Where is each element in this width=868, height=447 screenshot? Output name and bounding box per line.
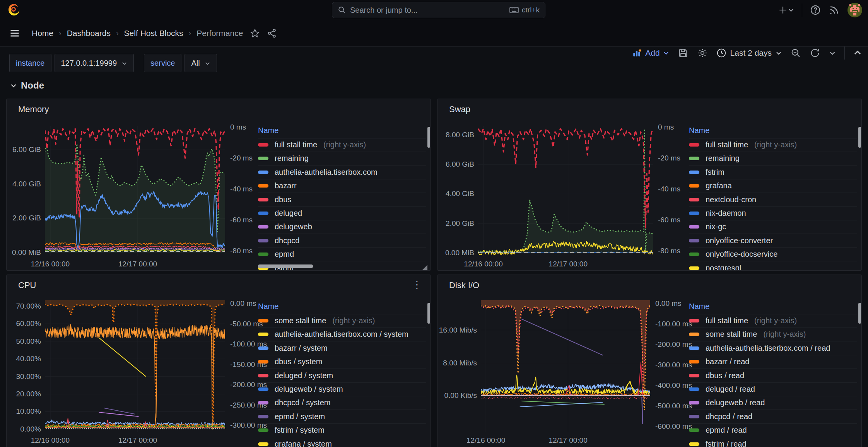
time-series-plot[interactable]: [45, 126, 225, 256]
save-dashboard-icon[interactable]: [678, 48, 689, 58]
variable-value-dropdown[interactable]: 127.0.0.1:19999: [55, 54, 134, 72]
news-rss-icon[interactable]: [829, 5, 839, 15]
legend-item[interactable]: fstrim / system: [258, 423, 426, 437]
legend-item[interactable]: dbus / read: [689, 369, 857, 383]
legend-header-name[interactable]: Name: [689, 126, 857, 138]
y-axis-left-tick: 4.00 GiB: [437, 189, 474, 198]
panel-title[interactable]: Swap: [449, 104, 470, 114]
legend-item[interactable]: deluged / system: [258, 369, 426, 383]
help-icon[interactable]: [810, 5, 821, 15]
legend-item[interactable]: deluged / read: [689, 382, 857, 396]
legend-item[interactable]: remaining: [258, 152, 426, 165]
legend-item[interactable]: authelia-authelia.tiserbox.com / read: [689, 341, 857, 355]
chevron-down-icon: [663, 50, 669, 56]
legend-vertical-scrollbar[interactable]: [427, 303, 430, 324]
refresh-icon[interactable]: [810, 48, 820, 58]
grafana-logo-icon[interactable]: [7, 3, 21, 17]
row-node[interactable]: Node: [10, 80, 44, 91]
legend-vertical-scrollbar[interactable]: [858, 127, 861, 148]
legend-item[interactable]: grafana / system: [258, 437, 426, 447]
breadcrumb-item[interactable]: Dashboards: [67, 29, 111, 38]
breadcrumb-item[interactable]: Performance: [196, 29, 243, 38]
legend-vertical-scrollbar[interactable]: [858, 303, 861, 324]
legend-item[interactable]: dhcpcd / read: [689, 410, 857, 424]
legend-item[interactable]: remaining: [689, 152, 857, 165]
refresh-interval-dropdown[interactable]: [829, 49, 836, 56]
dashboard-settings-icon[interactable]: [697, 48, 708, 58]
y-axis-left-tick: 0.00 MiB: [6, 248, 41, 257]
legend-item[interactable]: bazarr / read: [689, 355, 857, 369]
favorite-star-icon[interactable]: [250, 28, 260, 38]
series-label-suffix: (right y-axis): [323, 140, 366, 149]
menu-toggle-icon[interactable]: [9, 28, 20, 39]
add-button[interactable]: Add: [632, 48, 669, 58]
legend-item[interactable]: postgresql: [689, 261, 857, 271]
x-axis-tick: 12/17 00:00: [544, 436, 592, 445]
legend-item[interactable]: some stall time(right y-axis): [689, 328, 857, 341]
legend-item[interactable]: full stall time(right y-axis): [258, 138, 426, 152]
legend-item[interactable]: full stall time(right y-axis): [689, 314, 857, 328]
legend-item[interactable]: full stall time(right y-axis): [689, 138, 857, 152]
series-color-pill: [689, 171, 699, 174]
legend-header-name[interactable]: Name: [258, 126, 426, 138]
template-variables: instance127.0.0.1:19999serviceAll: [9, 54, 217, 72]
time-series-plot[interactable]: [481, 300, 650, 432]
y-axis-left-tick: 2.00 GiB: [6, 214, 41, 222]
collapse-toolbar-icon[interactable]: [853, 49, 862, 57]
variable-label[interactable]: service: [144, 54, 181, 72]
legend-horizontal-scrollbar[interactable]: [258, 264, 313, 268]
legend-item[interactable]: dhcpcd: [258, 234, 426, 248]
legend-item[interactable]: epmd / read: [689, 423, 857, 437]
series-label: nix-gc: [706, 222, 726, 231]
panel-title[interactable]: CPU: [18, 280, 36, 290]
y-axis-left-tick: 8.00 GiB: [437, 131, 474, 139]
legend-item[interactable]: fstrim: [689, 165, 857, 179]
legend-item[interactable]: onlyoffice-docservice: [689, 247, 857, 261]
legend-item[interactable]: deluged: [258, 206, 426, 220]
panel-swap: Swap8.00 GiB6.00 GiB4.00 GiB2.00 GiB0.00…: [437, 99, 862, 271]
legend-item[interactable]: grafana: [689, 179, 857, 193]
legend-item[interactable]: nix-gc: [689, 220, 857, 234]
legend-item[interactable]: dbus / system: [258, 355, 426, 369]
panel-menu-icon[interactable]: ⋮: [412, 279, 422, 291]
legend-item[interactable]: dhcpcd / system: [258, 396, 426, 410]
legend-item[interactable]: delugeweb: [258, 220, 426, 234]
series-color-pill: [258, 212, 268, 215]
time-range-picker[interactable]: Last 2 days: [716, 48, 782, 58]
legend-item[interactable]: epmd: [258, 247, 426, 261]
panel-title[interactable]: Disk I/O: [449, 280, 479, 290]
legend-item[interactable]: bazarr: [258, 179, 426, 193]
breadcrumb-item[interactable]: Home: [32, 29, 53, 38]
search-input[interactable]: Search or jump to... ctrl+k: [332, 2, 545, 18]
y-axis-left-tick: 0.00%: [6, 425, 41, 433]
legend-item[interactable]: onlyoffice-converter: [689, 234, 857, 248]
legend-header-name[interactable]: Name: [258, 302, 426, 314]
legend-vertical-scrollbar[interactable]: [427, 127, 430, 148]
user-avatar[interactable]: [847, 2, 863, 18]
legend-header-name[interactable]: Name: [689, 302, 857, 314]
time-series-plot[interactable]: [478, 126, 653, 256]
breadcrumb-item[interactable]: Self Host Blocks: [124, 29, 183, 38]
legend-resize-corner[interactable]: [422, 265, 427, 270]
legend-item[interactable]: fstrim / read: [689, 437, 857, 447]
time-series-plot[interactable]: [45, 300, 225, 432]
series-color-pill: [258, 374, 268, 377]
legend-item[interactable]: authelia-authelia.tiserbox.com / system: [258, 328, 426, 341]
legend-item[interactable]: delugeweb / read: [689, 396, 857, 410]
legend-item[interactable]: nix-daemon: [689, 206, 857, 220]
variable-value-dropdown[interactable]: All: [185, 54, 217, 72]
legend-item[interactable]: epmd / system: [258, 410, 426, 424]
share-icon[interactable]: [267, 28, 277, 38]
legend-item[interactable]: nextcloud-cron: [689, 193, 857, 207]
legend-item[interactable]: delugeweb / system: [258, 382, 426, 396]
series-label: fstrim: [706, 168, 724, 177]
add-new-button[interactable]: [778, 5, 794, 15]
zoom-out-time-icon[interactable]: [790, 48, 801, 58]
series-label: postgresql: [706, 264, 741, 271]
legend-item[interactable]: bazarr / system: [258, 341, 426, 355]
legend-item[interactable]: dbus: [258, 193, 426, 207]
panel-title[interactable]: Memory: [18, 104, 49, 114]
legend-item[interactable]: authelia-authelia.tiserbox.com: [258, 165, 426, 179]
variable-label[interactable]: instance: [9, 54, 51, 72]
legend-item[interactable]: some stall time(right y-axis): [258, 314, 426, 328]
